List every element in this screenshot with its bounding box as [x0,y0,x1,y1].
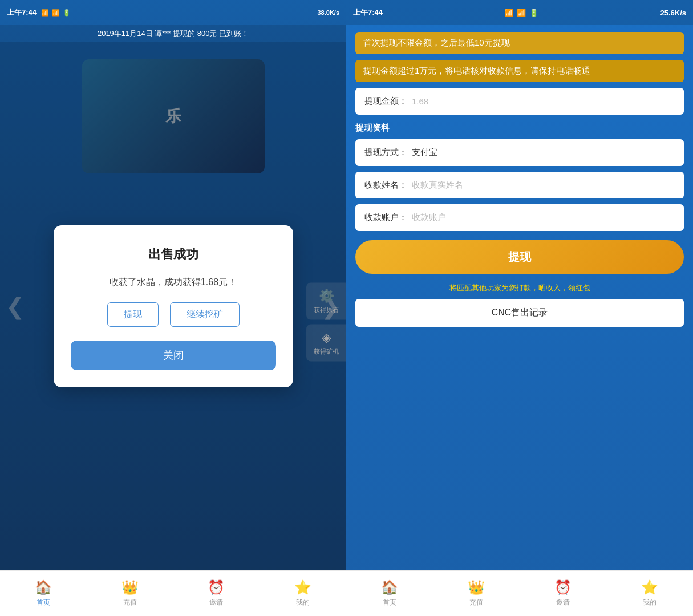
wifi-icon: 📶 [52,9,60,17]
method-field[interactable]: 提现方式： 支付宝 [355,139,684,166]
left-time: 上午7:44 [7,7,37,18]
right-nav-home[interactable]: 🏠 首页 [346,579,433,607]
right-speed: 25.6K/s [660,9,686,17]
right-recharge-label: 充值 [469,598,483,607]
account-label: 收款账户： [364,212,407,223]
left-nav-home[interactable]: 🏠 首页 [0,579,87,607]
right-clock-icon: ⏰ [554,579,572,595]
right-mine-label: 我的 [643,598,656,607]
right-status-icons: 📶 📶 🔋 [504,9,538,17]
left-main: ❮ ❯ 乐 ⚙️ 获得原石 ◈ 获得矿机 出售成功 收获了水晶，成功获得1.68… [0,42,346,570]
signal-icon: 📶 [41,9,49,17]
marquee-banner: 2019年11月14日 谭*** 提现的 800元 已到账！ [0,25,346,42]
right-nav-mine[interactable]: ⭐ 我的 [606,579,693,607]
left-nav-mine[interactable]: ⭐ 我的 [260,579,346,607]
amount-field[interactable]: 提现金额： 1.68 [355,88,684,115]
withdraw-modal-button[interactable]: 提现 [107,302,159,327]
info-banner-2: 提现金额超过1万元，将电话核对收款信息，请保持电话畅通 [355,60,684,82]
left-bottom-nav: 🏠 首页 👑 充值 ⏰ 邀请 ⭐ 我的 [0,570,346,616]
clock-icon: ⏰ [208,579,225,595]
right-nav-invite[interactable]: ⏰ 邀请 [520,579,606,607]
right-time: 上午7:44 [353,7,383,18]
modal-title: 出售成功 [148,246,198,263]
star-icon: ⭐ [294,579,311,595]
right-home-label: 首页 [383,598,396,607]
invite-label: 邀请 [209,598,223,607]
withdraw-button[interactable]: 提现 [355,240,684,274]
section-label: 提现资料 [355,123,684,133]
right-panel: 上午7:44 📶 📶 🔋 25.6K/s 首次提现不限金额，之后最低10元提现 … [346,0,693,616]
left-nav-invite[interactable]: ⏰ 邀请 [173,579,260,607]
right-bottom-nav: 🏠 首页 👑 充值 ⏰ 邀请 ⭐ 我的 [346,570,693,616]
right-crown-icon: 👑 [468,579,485,595]
account-placeholder: 收款账户 [412,212,446,223]
mine-label: 我的 [296,598,310,607]
left-speed-display: 38.0K/s [317,9,339,16]
right-signal-icon: 📶 [504,9,513,17]
method-label: 提现方式： [364,147,407,158]
amount-value: 1.68 [412,96,428,106]
amount-label: 提现金额： [364,96,407,107]
left-status-icons: 📶 📶 🔋 [41,9,317,17]
name-field[interactable]: 收款姓名： 收款真实姓名 [355,172,684,198]
continue-mining-button[interactable]: 继续挖矿 [170,302,240,327]
right-invite-label: 邀请 [556,598,570,607]
close-modal-button[interactable]: 关闭 [71,341,276,370]
match-link[interactable]: 晒收入，领红包 [538,283,590,292]
match-plain: 将匹配其他玩家为您打款， [449,283,538,292]
account-field[interactable]: 收款账户： 收款账户 [355,204,684,231]
success-modal: 出售成功 收获了水晶，成功获得1.68元！ 提现 继续挖矿 关闭 [54,225,293,387]
match-text: 将匹配其他玩家为您打款，晒收入，领红包 [355,283,684,293]
home-label: 首页 [37,598,50,607]
battery-icon: 🔋 [63,9,71,17]
recharge-label: 充值 [123,598,137,607]
right-content: 首次提现不限金额，之后最低10元提现 提现金额超过1万元，将电话核对收款信息，请… [346,25,693,570]
method-value: 支付宝 [412,147,437,158]
right-nav-recharge[interactable]: 👑 充值 [433,579,520,607]
record-button[interactable]: CNC售出记录 [355,299,684,327]
name-placeholder: 收款真实姓名 [412,180,463,191]
modal-overlay: 出售成功 收获了水晶，成功获得1.68元！ 提现 继续挖矿 关闭 [0,42,346,570]
modal-buttons: 提现 继续挖矿 [107,302,240,327]
right-wifi-icon: 📶 [517,9,526,17]
right-star-icon: ⭐ [641,579,658,595]
left-speed: 38.0K/s [317,9,339,16]
name-label: 收款姓名： [364,180,407,191]
modal-body: 收获了水晶，成功获得1.68元！ [110,277,237,289]
left-status-bar: 上午7:44 📶 📶 🔋 38.0K/s [0,0,346,25]
right-home-icon: 🏠 [381,579,398,595]
home-icon: 🏠 [35,579,52,595]
right-battery-icon: 🔋 [529,9,538,17]
left-nav-recharge[interactable]: 👑 充值 [87,579,173,607]
right-status-bar: 上午7:44 📶 📶 🔋 25.6K/s [346,0,693,25]
crown-icon: 👑 [121,579,139,595]
left-panel: 上午7:44 📶 📶 🔋 38.0K/s 2019年11月14日 谭*** 提现… [0,0,346,616]
info-banner-1: 首次提现不限金额，之后最低10元提现 [355,32,684,54]
